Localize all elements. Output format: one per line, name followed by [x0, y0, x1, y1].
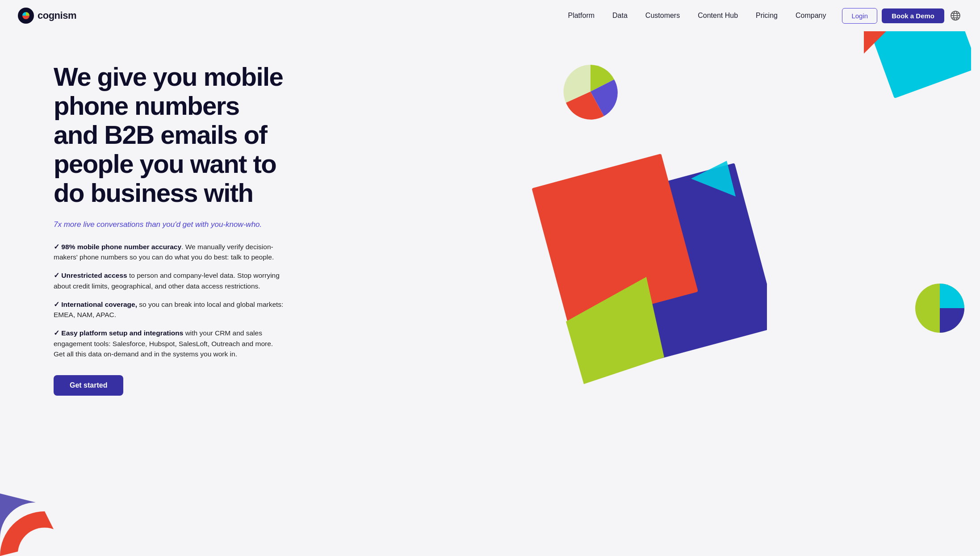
hero-subtitle: 7x more live conversations than you'd ge… [54, 220, 535, 229]
feature-3: ✓ International coverage, so you can bre… [54, 299, 286, 320]
feature-1-bold: 98% mobile phone number accuracy [61, 243, 181, 251]
book-demo-button[interactable]: Book a Demo [882, 8, 944, 23]
login-button[interactable]: Login [842, 8, 877, 24]
logo-text: cognism [38, 10, 76, 21]
language-icon[interactable] [949, 9, 962, 22]
pie-chart-small [561, 63, 620, 121]
hero-content: We give you mobile phone numbers and B2B… [54, 49, 535, 396]
pie-chart-bottom-right [913, 281, 967, 335]
feature-3-bold: International coverage, [61, 301, 137, 308]
feature-list: ✓ 98% mobile phone number accuracy. We m… [54, 242, 535, 359]
nav-pricing[interactable]: Pricing [749, 8, 785, 23]
subtitle-italic: you-know-who. [211, 220, 262, 229]
hero-section: We give you mobile phone numbers and B2B… [0, 31, 980, 556]
feature-2: ✓ Unrestricted access to person and comp… [54, 270, 286, 291]
nav-data[interactable]: Data [605, 8, 635, 23]
logo[interactable]: cognism [18, 8, 76, 24]
cta-button[interactable]: Get started [54, 375, 123, 396]
navbar: cognism Platform Data Customers Content … [0, 0, 980, 31]
logo-icon [18, 8, 34, 24]
nav-platform[interactable]: Platform [561, 8, 602, 23]
hero-title: We give you mobile phone numbers and B2B… [54, 63, 286, 208]
feature-4: ✓ Easy platform setup and integrations w… [54, 328, 286, 359]
nav-company[interactable]: Company [788, 8, 833, 23]
hero-illustration [535, 49, 944, 362]
bottom-left-shape [0, 493, 63, 556]
subtitle-plain: 7x more live conversations than you'd ge… [54, 220, 211, 229]
nav-customers[interactable]: Customers [638, 8, 687, 23]
large-shapes [521, 152, 767, 411]
feature-4-bold: Easy platform setup and integrations [61, 329, 183, 337]
corner-shapes-top-right [864, 31, 971, 121]
feature-1: ✓ 98% mobile phone number accuracy. We m… [54, 242, 286, 263]
feature-2-bold: Unrestricted access [61, 272, 127, 279]
nav-content-hub[interactable]: Content Hub [691, 8, 745, 23]
svg-rect-10 [868, 31, 971, 98]
